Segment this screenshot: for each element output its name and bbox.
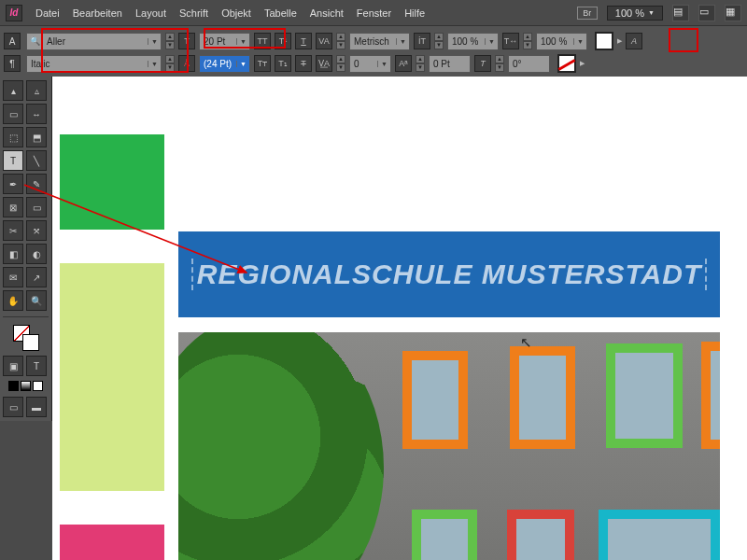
character-mode-icon[interactable]: A [4, 33, 21, 49]
eyedropper-tool[interactable]: ↗ [26, 267, 47, 287]
title-banner[interactable]: REGIONALSCHULE MUSTERSTADT [178, 231, 720, 317]
content-placer-tool[interactable]: ⬒ [26, 127, 47, 147]
skew-field[interactable]: 0° [508, 55, 550, 73]
screen-mode-icon[interactable]: ▭ [698, 5, 715, 21]
preview-view-icon[interactable]: ▬ [26, 397, 47, 417]
document-canvas[interactable]: REGIONALSCHULE MUSTERSTADT ↖ [52, 77, 747, 560]
font-family-value: Aller [43, 36, 148, 47]
menu-ansicht[interactable]: Ansicht [310, 7, 344, 19]
leading-spinner[interactable]: ▲▼ [165, 55, 175, 72]
control-bar: A 🔍 Aller ▼ ▲▼ T 20 Pt▼ TT T¹ T VA ▲▼ Me… [0, 26, 747, 81]
view-options-icon[interactable]: ▤ [672, 5, 689, 21]
leading-icon: Å [178, 55, 195, 72]
arrange-docs-icon[interactable]: ▦ [725, 5, 741, 21]
allcaps-icon[interactable]: TT [254, 33, 271, 49]
kerning-icon: VA [316, 33, 332, 49]
strikethrough-icon[interactable]: T [295, 55, 312, 72]
zoom-value: 100 % [615, 7, 644, 19]
tree [178, 332, 384, 560]
kerning-value: Metrisch [350, 36, 396, 47]
scale-h-dropdown[interactable]: 100 %▼ [536, 33, 587, 50]
scale-v-spinner[interactable]: ▲▼ [434, 33, 444, 49]
line-tool[interactable]: ╲ [26, 150, 47, 171]
page-tool[interactable]: ▭ [3, 104, 23, 124]
underline-icon[interactable]: T [295, 33, 312, 49]
skew-spinner[interactable]: ▲▼ [495, 55, 504, 72]
format-container-icon[interactable]: ▣ [3, 356, 23, 376]
window-green [606, 343, 683, 448]
baseline-spinner[interactable]: ▲▼ [416, 55, 425, 72]
menu-schrift[interactable]: Schrift [179, 7, 208, 19]
app-logo: Id [6, 5, 22, 21]
pencil-tool[interactable]: ✎ [26, 174, 47, 194]
note-tool[interactable]: ✉ [3, 267, 23, 287]
apply-gradient[interactable] [21, 381, 31, 391]
fill-stroke-swatch[interactable] [13, 325, 39, 351]
apply-color[interactable] [8, 381, 19, 391]
banner-text[interactable]: REGIONALSCHULE MUSTERSTADT [191, 259, 707, 290]
tracking-dropdown[interactable]: 0▼ [349, 55, 391, 73]
window-green-2 [412, 510, 477, 560]
transform-tool[interactable]: ⤧ [26, 220, 47, 241]
scissors-tool[interactable]: ✂ [3, 220, 23, 241]
menu-fenster[interactable]: Fenster [357, 7, 391, 19]
tracking-spinner[interactable]: ▲▼ [336, 55, 345, 72]
stroke-color-swatch[interactable] [557, 54, 576, 73]
format-text-icon[interactable]: T [26, 356, 47, 376]
fill-color-swatch[interactable] [595, 32, 613, 50]
leading-value: (24 Pt) [200, 59, 236, 69]
window-orange-3 [701, 342, 720, 449]
gradient-swatch-tool[interactable]: ◧ [3, 244, 23, 264]
color-mode-row [3, 381, 49, 391]
paragraph-mode-icon[interactable]: ¶ [4, 55, 21, 72]
baseline-value: 0 Pt [430, 59, 470, 69]
menu-hilfe[interactable]: Hilfe [404, 7, 425, 19]
bridge-button[interactable]: Br [577, 7, 598, 20]
scale-h-spinner[interactable]: ▲▼ [523, 33, 532, 49]
leading-dropdown[interactable]: (24 Pt)▼ [199, 55, 250, 73]
gradient-feather-tool[interactable]: ◐ [26, 244, 47, 264]
baseline-icon: Aª [395, 55, 412, 72]
type-tool[interactable]: T [3, 150, 23, 171]
char-style-a[interactable]: A [626, 33, 642, 49]
window-red [507, 510, 574, 560]
kerning-dropdown[interactable]: Metrisch▼ [349, 33, 410, 50]
smallcaps-icon[interactable]: Tᴛ [254, 55, 271, 72]
baseline-field[interactable]: 0 Pt [429, 55, 471, 73]
menu-bearbeiten[interactable]: Bearbeiten [73, 7, 122, 19]
font-size-spinner[interactable]: ▲▼ [165, 33, 175, 49]
superscript-icon[interactable]: T¹ [275, 33, 291, 49]
shape-pink[interactable] [60, 525, 164, 560]
content-collector-tool[interactable]: ⬚ [3, 127, 23, 147]
kerning-spinner[interactable]: ▲▼ [336, 33, 345, 49]
scale-v-dropdown[interactable]: 100 %▼ [447, 33, 499, 50]
font-family-dropdown[interactable]: 🔍 Aller ▼ [26, 33, 162, 50]
rect-frame-tool[interactable]: ⊠ [3, 197, 23, 217]
tracking-icon: V͟A [316, 55, 332, 72]
font-size-dropdown[interactable]: 20 Pt▼ [199, 33, 250, 50]
normal-view-icon[interactable]: ▭ [3, 397, 23, 417]
font-style-dropdown[interactable]: Italic▼ [26, 55, 162, 73]
zoom-dropdown[interactable]: 100 %▼ [607, 6, 663, 21]
gap-tool[interactable]: ↔ [26, 104, 47, 124]
subscript-icon[interactable]: T₁ [275, 55, 291, 72]
shape-green[interactable] [60, 134, 164, 230]
hand-tool[interactable]: ✋ [3, 290, 23, 311]
menu-datei[interactable]: Datei [35, 7, 60, 19]
pen-tool[interactable]: ✒ [3, 174, 23, 194]
apply-none[interactable] [33, 381, 43, 391]
menu-objekt[interactable]: Objekt [221, 7, 251, 19]
photo-frame[interactable] [178, 332, 720, 560]
scale-h-icon: T↔ [502, 33, 519, 49]
selection-tool[interactable]: ▴ [3, 80, 23, 101]
direct-select-tool[interactable]: ▵ [26, 80, 47, 101]
window-orange-1 [402, 351, 468, 449]
menu-layout[interactable]: Layout [135, 7, 166, 19]
rect-tool[interactable]: ▭ [26, 197, 47, 217]
shape-lime[interactable] [60, 263, 164, 491]
skew-icon: T [474, 55, 491, 72]
scale-h-value: 100 % [537, 36, 573, 47]
scale-v-value: 100 % [448, 36, 485, 47]
zoom-tool[interactable]: 🔍 [26, 290, 47, 311]
menu-tabelle[interactable]: Tabelle [264, 7, 297, 19]
